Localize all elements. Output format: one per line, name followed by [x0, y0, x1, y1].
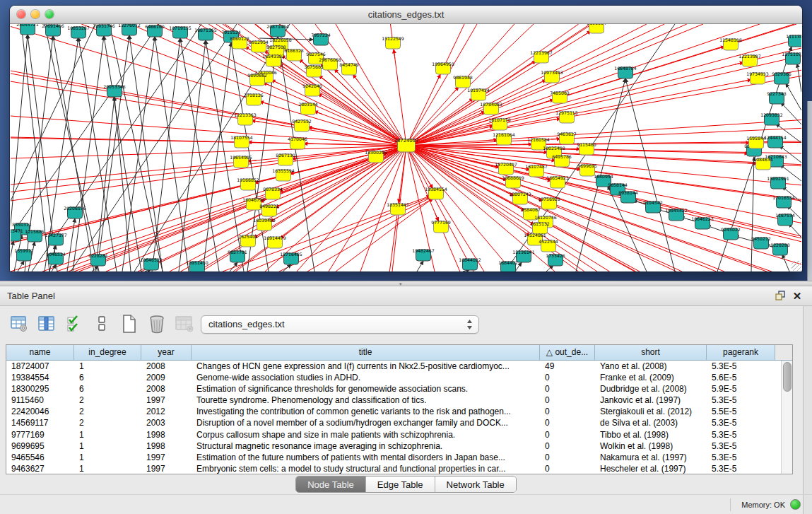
table-row[interactable]: 1456911722003Disruption of a novel membe… [6, 417, 792, 428]
float-panel-button[interactable] [774, 290, 787, 303]
table-cell[interactable]: 5.3E-5 [707, 463, 775, 474]
table-cell[interactable]: 9465546 [6, 452, 74, 463]
table-cell[interactable]: 1998 [141, 440, 192, 452]
graph-node[interactable]: 9777169 [431, 220, 451, 233]
tab-edge-table[interactable]: Edge Table [365, 477, 435, 492]
table-scrollbar[interactable] [781, 361, 792, 474]
delete-table-button[interactable] [174, 313, 195, 334]
table-row[interactable]: 969969511998Structural magnetic resonanc… [6, 440, 792, 452]
network-window-titlebar[interactable]: citations_edges.txt [10, 6, 802, 24]
graph-node[interactable]: 12213363 [234, 112, 257, 125]
graph-node[interactable]: 1684402 [498, 260, 518, 271]
table-cell[interactable]: 1997 [141, 463, 192, 474]
graph-node[interactable]: 3675685 [304, 64, 324, 77]
table-cell[interactable]: 1997 [141, 452, 192, 463]
graph-node[interactable]: 18724007 [394, 138, 419, 152]
graph-node[interactable]: 16107487 [525, 164, 548, 177]
graph-node[interactable]: 18107554 [230, 135, 253, 148]
delete-column-button[interactable] [146, 313, 167, 334]
table-cell[interactable]: Corpus callosum shape and size in male p… [192, 429, 540, 440]
graph-node[interactable]: 9046524 [46, 252, 66, 264]
table-row[interactable]: 946362711997Embryonic stem cells: a mode… [6, 463, 792, 474]
table-cell[interactable]: 6 [74, 383, 141, 395]
table-cell[interactable]: 0 [540, 383, 595, 395]
graph-node[interactable]: 8860128 [230, 36, 249, 49]
table-cell[interactable]: 0 [540, 395, 595, 406]
table-mode-button[interactable] [8, 313, 30, 334]
graph-node[interactable]: 12093832 [760, 112, 783, 125]
splitter-handle-icon[interactable]: ▾ [399, 281, 402, 286]
table-row[interactable]: 1830029562008Estimation of significance … [6, 383, 792, 395]
table-cell[interactable]: 5.9E-5 [707, 383, 775, 395]
table-cell[interactable]: 5.6E-5 [707, 372, 775, 383]
graph-node[interactable]: 13427377 [45, 233, 67, 245]
graph-node[interactable]: 16648784 [614, 66, 637, 78]
graph-node[interactable]: 9450212 [751, 236, 771, 249]
graph-node[interactable]: 16654923 [546, 175, 569, 188]
citation-network-graph[interactable]: 2405572127691406108532872093174615276072… [11, 24, 801, 271]
table-cell[interactable]: Disruption of a novel member of a sodium… [192, 417, 540, 428]
table-cell[interactable]: Investigating the contribution of common… [192, 406, 540, 417]
table-cell[interactable]: Tourette syndrome. Phenomenology and cla… [192, 395, 540, 406]
graph-node[interactable]: 20053346 [103, 84, 126, 97]
table-cell[interactable]: 5.5E-5 [707, 406, 775, 417]
graph-node[interactable]: 10197434 [467, 88, 490, 100]
graph-node[interactable]: 15751074 [782, 52, 801, 64]
table-cell[interactable]: Estimation of significance thresholds fo… [192, 383, 540, 395]
table-cell[interactable]: 1998 [141, 429, 192, 440]
table-cell[interactable]: Structural magnetic resonance image aver… [192, 440, 540, 452]
table-cell[interactable]: Stergiakouli et al. (2012) [595, 406, 707, 417]
graph-node[interactable]: 16039489 [253, 218, 276, 230]
table-row[interactable]: 911546021997Tourette syndrome. Phenomeno… [6, 395, 792, 406]
column-header-out-de-[interactable]: △ out_de... [540, 345, 595, 360]
graph-node[interactable]: 7485063 [550, 90, 570, 103]
graph-node[interactable]: 16355594 [272, 168, 295, 181]
column-header-name[interactable]: name [6, 345, 74, 360]
graph-node[interactable]: 12213987 [739, 54, 761, 66]
table-cell[interactable]: 18300295 [6, 383, 74, 395]
table-cell[interactable]: 0 [540, 452, 595, 463]
graph-node[interactable]: 27691406 [42, 24, 64, 36]
graph-node[interactable]: 9890662 [247, 73, 267, 86]
table-cell[interactable]: 5.3E-5 [707, 395, 775, 406]
table-cell[interactable]: 1 [74, 463, 141, 474]
graph-node[interactable]: 15122549 [382, 36, 404, 49]
graph-node[interactable]: 10945422 [665, 208, 688, 221]
show-columns-button[interactable] [36, 313, 57, 334]
graph-node[interactable]: 10853287 [67, 25, 90, 38]
table-row[interactable]: 977716911998Corpus callosum shape and si… [6, 429, 792, 440]
green-status-dot[interactable] [790, 499, 801, 510]
table-cell[interactable]: 0 [540, 417, 595, 428]
table-cell[interactable]: Estimation of the future numbers of pati… [192, 452, 540, 463]
table-cell[interactable]: 0 [540, 440, 595, 452]
graph-node[interactable]: 8267130 [276, 153, 295, 165]
scrollbar-thumb[interactable] [783, 362, 792, 392]
table-cell[interactable]: Wolkin et al. (1998) [595, 440, 707, 452]
table-cell[interactable]: 2009 [141, 372, 192, 383]
graph-node[interactable]: 10646522 [140, 257, 163, 270]
table-cell[interactable]: Nakamura et al. (1997) [595, 452, 707, 463]
table-row[interactable]: 1872400712008Changes of HCN gene express… [6, 361, 792, 372]
graph-node[interactable]: 9463627 [557, 132, 577, 144]
network-canvas[interactable]: 2405572127691406108532872093174615276072… [11, 24, 801, 271]
table-cell[interactable]: 6 [74, 372, 141, 383]
table-select-dropdown[interactable]: citations_edges.txt [201, 315, 479, 334]
table-cell[interactable]: 5.3E-5 [707, 361, 775, 372]
column-header-pagerank[interactable]: pagerank [707, 345, 775, 360]
graph-node[interactable]: 9115460 [577, 142, 596, 155]
table-cell[interactable]: 0 [540, 406, 595, 417]
table-cell[interactable]: 0 [540, 429, 595, 440]
graph-node[interactable]: 1733426 [546, 253, 565, 266]
table-cell[interactable]: Dudbridge et al. (2008) [595, 383, 707, 395]
graph-node[interactable]: 15716485 [280, 252, 302, 264]
table-cell[interactable]: Changes of HCN gene expression and I(f) … [192, 361, 540, 372]
graph-node[interactable]: 4522544 [539, 239, 558, 252]
graph-node[interactable]: 16671365 [194, 28, 217, 40]
table-cell[interactable]: 9463627 [6, 463, 74, 474]
table-cell[interactable]: 49 [540, 361, 595, 372]
table-cell[interactable]: 2 [74, 406, 141, 417]
graph-node[interactable]: 8938144 [618, 190, 638, 203]
graph-node[interactable]: 4170046 [288, 136, 307, 149]
graph-node[interactable]: 8186328 [284, 48, 304, 61]
graph-node[interactable]: 20206576 [64, 206, 86, 218]
